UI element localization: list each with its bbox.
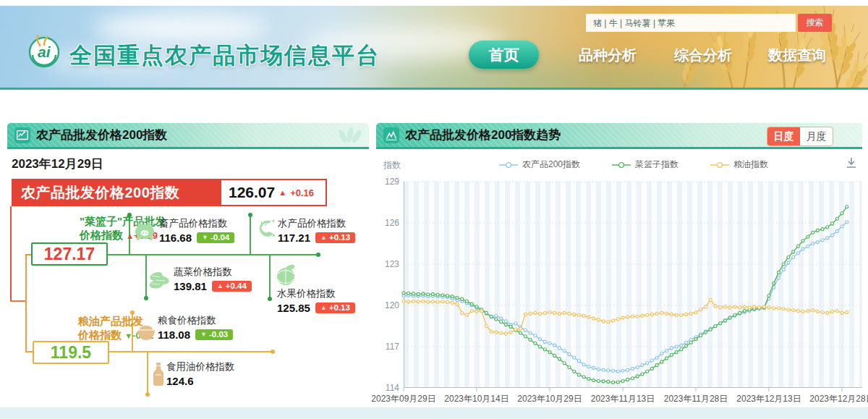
chart-canvas xyxy=(404,182,862,393)
node-fruit: 水果价格指数 125.85 ▲+0.13 xyxy=(277,287,355,314)
tree-line xyxy=(108,254,318,255)
legend-label: 农产品200指数 xyxy=(522,158,580,171)
nav-item-home[interactable]: 首页 xyxy=(469,41,539,69)
node-vegetable: 蔬菜价格指数 139.81 ▲+0.44 xyxy=(174,266,252,292)
node-aquatic: 水产品价格指数 117.21 ▲+0.13 xyxy=(278,217,355,244)
tree-node-dot xyxy=(316,253,320,257)
x-axis-labels: 2023年09月29日2023年10月14日2023年10月29日2023年11… xyxy=(404,393,862,405)
up-triangle-icon: ▲ xyxy=(320,234,327,241)
node-value: 117.21 xyxy=(278,232,310,244)
legend-item[interactable]: 粮油指数 xyxy=(710,158,768,171)
footer-strip xyxy=(0,407,868,419)
page: ai 全国重点农产品市场信息平台 搜索 首页 品种分析 综合分析 数据查询 农产… xyxy=(0,0,868,419)
x-axis-tick-label: 2023年11月28日 xyxy=(664,393,728,405)
nav-item-comprehensive-analysis[interactable]: 综合分析 xyxy=(674,46,732,65)
node-title: 水果价格指数 xyxy=(277,287,355,300)
download-icon[interactable] xyxy=(845,156,858,169)
tree-line xyxy=(147,351,148,394)
x-axis-tick-label: 2023年09月29日 xyxy=(371,393,435,405)
change-badge: ▲+0.44 xyxy=(212,281,252,292)
basket-index-value-box: 127.17 xyxy=(31,242,108,266)
node-value: 139.81 xyxy=(174,280,207,292)
trend-chart-icon xyxy=(383,127,399,143)
y-axis-title: 指数 xyxy=(383,159,401,172)
node-grain: 粮食价格指数 118.08 ▼-0.03 xyxy=(158,314,233,341)
tree-line xyxy=(10,300,27,302)
cloud-decoration xyxy=(94,13,268,43)
tree-line xyxy=(25,254,27,352)
grain-oil-index-value-box: 119.5 xyxy=(33,341,109,364)
tree-line xyxy=(145,254,147,298)
x-axis-tick-label: 2023年10月14日 xyxy=(444,393,509,405)
tree-line xyxy=(250,216,251,254)
nav-item-data-query[interactable]: 数据查询 xyxy=(768,46,826,65)
node-value: 116.68 xyxy=(159,232,192,244)
legend-item[interactable]: 菜篮子指数 xyxy=(612,158,678,171)
node-title: 畜产品价格指数 xyxy=(159,217,234,230)
index-summary-panel: 农产品批发价格200指数 2023年12月29日 农产品批发价格200指数 12… xyxy=(7,123,369,407)
tree-node-dot xyxy=(268,297,272,301)
legend-marker-icon xyxy=(499,161,518,169)
x-axis-tick-label: 2023年12月13日 xyxy=(736,393,801,405)
node-title: 食用油价格指数 xyxy=(166,360,235,373)
line-chart-icon xyxy=(14,127,30,143)
search-button[interactable]: 搜索 xyxy=(798,14,832,32)
legend-marker-icon xyxy=(710,161,729,169)
right-panel-title: 农产品批发价格200指数趋势 xyxy=(405,127,561,143)
main-index-label: 农产品批发价格200指数 xyxy=(13,180,221,205)
tree-line xyxy=(10,206,12,302)
down-triangle-icon: ▼ xyxy=(200,331,207,338)
vegetable-icon xyxy=(149,270,171,289)
x-axis-tick-label: 2023年12月28日 xyxy=(809,393,868,405)
node-title: 水产品价格指数 xyxy=(278,217,355,230)
chart-plot-area[interactable] xyxy=(404,182,862,388)
y-axis-tick-label: 114 xyxy=(379,383,399,393)
tree-line xyxy=(269,254,271,299)
up-triangle-icon: ▲ xyxy=(320,304,327,311)
toggle-daily[interactable]: 日度 xyxy=(767,127,800,145)
change-badge: ▼-0.04 xyxy=(197,232,234,243)
top-banner: ai 全国重点农产品市场信息平台 搜索 首页 品种分析 综合分析 数据查询 xyxy=(0,6,868,90)
wheat-watermark-icon xyxy=(333,124,363,148)
x-axis-tick-label: 2023年10月29日 xyxy=(517,393,582,405)
oil-bottle-icon xyxy=(152,363,165,386)
tree-line xyxy=(109,351,273,352)
node-value: 118.08 xyxy=(158,329,190,341)
y-axis-tick-label: 129 xyxy=(379,177,399,187)
up-triangle-icon: ▲ xyxy=(126,232,134,240)
nav-item-variety-analysis[interactable]: 品种分析 xyxy=(579,46,637,65)
tree-node-dot xyxy=(145,392,150,397)
shrimp-icon xyxy=(254,219,276,240)
node-oil: 食用油价格指数 124.6 xyxy=(166,360,235,387)
rice-bowl-icon xyxy=(136,323,156,342)
up-triangle-icon: ▲ xyxy=(217,282,224,289)
left-panel-header: 农产品批发价格200指数 xyxy=(7,123,369,149)
search-bar: 搜索 xyxy=(586,14,832,32)
pig-icon xyxy=(134,221,157,241)
change-badge: ▲+0.13 xyxy=(315,232,355,243)
orange-fruit-icon xyxy=(276,263,297,287)
main-index-change: +0.16 xyxy=(290,187,314,198)
legend-item[interactable]: 农产品200指数 xyxy=(499,158,580,171)
main-index-value: 126.07 xyxy=(229,184,275,201)
site-title: 全国重点农产品市场信息平台 xyxy=(69,41,380,71)
y-axis-tick-label: 123 xyxy=(379,259,399,269)
y-axis-tick-label: 126 xyxy=(379,218,399,228)
up-triangle-icon: ▲ xyxy=(278,188,286,197)
site-logo[interactable]: ai xyxy=(26,33,62,69)
legend-marker-icon xyxy=(612,161,631,169)
node-title: 蔬菜价格指数 xyxy=(174,266,252,279)
trend-chart-panel: 农产品批发价格200指数趋势 日度 月度 指数 农产品200指数菜篮子指数粮油指… xyxy=(376,123,862,407)
node-title: 粮食价格指数 xyxy=(158,314,233,327)
tree-node-dot xyxy=(248,213,252,217)
search-input[interactable] xyxy=(586,14,796,32)
tree-node-dot xyxy=(271,350,275,354)
change-badge: ▼-0.03 xyxy=(195,329,233,340)
node-value: 124.6 xyxy=(166,375,194,387)
legend-label: 粮油指数 xyxy=(733,158,768,171)
y-axis-tick-label: 117 xyxy=(379,342,399,352)
period-toggle: 日度 月度 xyxy=(767,127,833,146)
legend-label: 菜篮子指数 xyxy=(635,158,678,171)
change-badge: ▲+0.13 xyxy=(315,302,355,313)
toggle-monthly[interactable]: 月度 xyxy=(800,127,833,145)
